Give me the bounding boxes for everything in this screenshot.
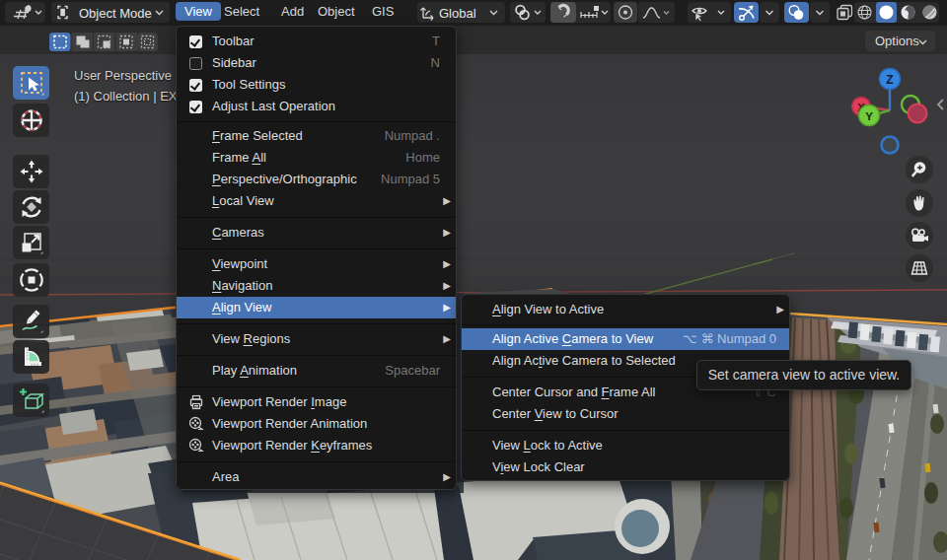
svg-text:Y: Y — [865, 110, 873, 122]
svg-text:Global: Global — [439, 6, 476, 21]
svg-text:Z: Z — [886, 73, 893, 87]
svg-text:Object Mode: Object Mode — [79, 6, 152, 21]
